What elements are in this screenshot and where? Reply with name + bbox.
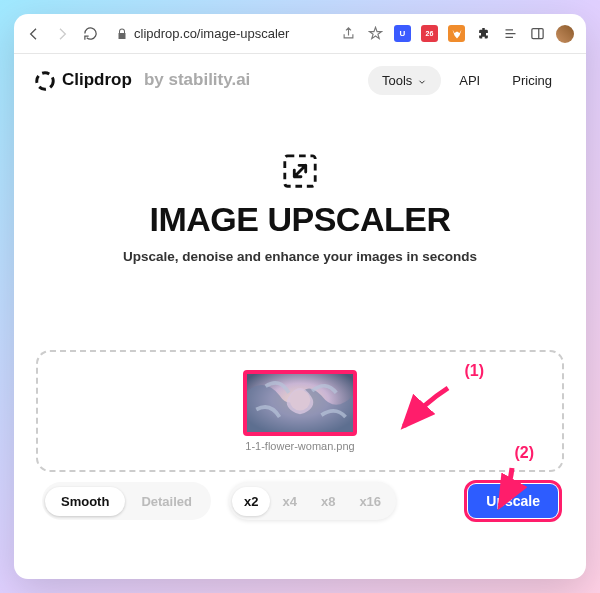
- tools-dropdown[interactable]: Tools: [368, 66, 441, 95]
- extensions-icon[interactable]: [475, 25, 492, 42]
- scale-x8[interactable]: x8: [309, 487, 347, 516]
- scale-x16[interactable]: x16: [347, 487, 393, 516]
- extension-icon-blue[interactable]: U: [394, 25, 411, 42]
- brand-name: Clipdrop: [62, 70, 132, 90]
- profile-avatar[interactable]: [556, 25, 574, 43]
- star-icon[interactable]: [367, 25, 384, 42]
- tools-label: Tools: [382, 73, 412, 88]
- url-text: clipdrop.co/image-upscaler: [134, 26, 289, 41]
- mode-segmented: Smooth Detailed: [42, 482, 211, 520]
- annotation-2-label: (2): [514, 444, 534, 462]
- forward-icon[interactable]: [54, 26, 70, 42]
- annotation-1-label: (1): [464, 362, 484, 380]
- dropzone[interactable]: 1-1-flower-woman.png: [36, 350, 564, 472]
- uploaded-thumbnail[interactable]: [243, 370, 357, 436]
- thumbnail-image: [247, 374, 353, 432]
- extension-icon-fox[interactable]: [448, 25, 465, 42]
- chevron-down-icon: [417, 75, 427, 85]
- pricing-label: Pricing: [512, 73, 552, 88]
- share-icon[interactable]: [340, 25, 357, 42]
- reload-icon[interactable]: [82, 26, 98, 42]
- address-bar-icons: U 26: [340, 25, 574, 43]
- api-link[interactable]: API: [445, 66, 494, 95]
- page-title: IMAGE UPSCALER: [150, 200, 451, 239]
- url-box[interactable]: clipdrop.co/image-upscaler: [116, 26, 289, 41]
- reading-list-icon[interactable]: [502, 25, 519, 42]
- svg-point-1: [37, 73, 54, 90]
- page-subtitle: Upscale, denoise and enhance your images…: [123, 249, 477, 264]
- brand-subtitle: by stability.ai: [144, 70, 250, 90]
- address-bar: clipdrop.co/image-upscaler U 26: [14, 14, 586, 54]
- mode-detailed[interactable]: Detailed: [125, 487, 208, 516]
- uploaded-filename: 1-1-flower-woman.png: [245, 440, 354, 452]
- extension-icon-red[interactable]: 26: [421, 25, 438, 42]
- browser-window: clipdrop.co/image-upscaler U 26 Clipdrop…: [14, 14, 586, 579]
- svg-rect-0: [532, 29, 543, 39]
- controls-row: Smooth Detailed x2 x4 x8 x16 Upscale: [36, 478, 564, 524]
- panel-icon[interactable]: [529, 25, 546, 42]
- scale-x2[interactable]: x2: [232, 487, 270, 516]
- scale-segmented: x2 x4 x8 x16: [229, 482, 396, 520]
- back-icon[interactable]: [26, 26, 42, 42]
- scale-x4[interactable]: x4: [270, 487, 308, 516]
- mode-smooth[interactable]: Smooth: [45, 487, 125, 516]
- pricing-link[interactable]: Pricing: [498, 66, 566, 95]
- lock-icon: [116, 28, 128, 40]
- annotation-1-arrow-icon: [396, 384, 456, 438]
- upscale-hero-icon: [281, 152, 319, 190]
- app-navbar: Clipdrop by stability.ai Tools API Prici…: [14, 54, 586, 106]
- annotation-2-arrow-icon: [490, 466, 524, 516]
- api-label: API: [459, 73, 480, 88]
- clipdrop-logo-icon: [34, 70, 54, 90]
